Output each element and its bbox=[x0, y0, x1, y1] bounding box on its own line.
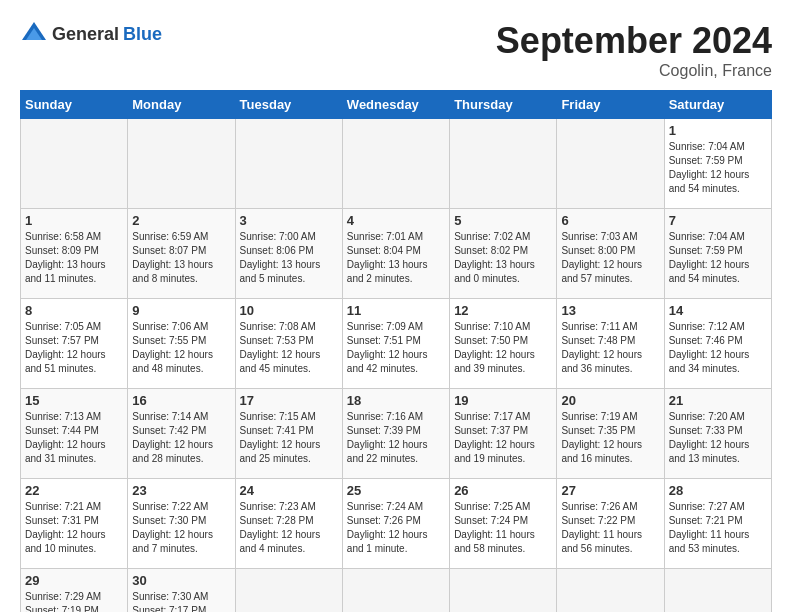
week-row-1: 1 Sunrise: 7:04 AMSunset: 7:59 PMDayligh… bbox=[21, 119, 772, 209]
day-cell: 2 Sunrise: 6:59 AMSunset: 8:07 PMDayligh… bbox=[128, 209, 235, 299]
day-header-thursday: Thursday bbox=[450, 91, 557, 119]
day-number: 26 bbox=[454, 483, 552, 498]
day-info: Sunrise: 7:05 AMSunset: 7:57 PMDaylight:… bbox=[25, 321, 106, 374]
day-info: Sunrise: 7:27 AMSunset: 7:21 PMDaylight:… bbox=[669, 501, 750, 554]
day-cell: 11 Sunrise: 7:09 AMSunset: 7:51 PMDaylig… bbox=[342, 299, 449, 389]
day-info: Sunrise: 7:23 AMSunset: 7:28 PMDaylight:… bbox=[240, 501, 321, 554]
day-number: 12 bbox=[454, 303, 552, 318]
day-cell: 28 Sunrise: 7:27 AMSunset: 7:21 PMDaylig… bbox=[664, 479, 771, 569]
day-number: 21 bbox=[669, 393, 767, 408]
day-number: 1 bbox=[25, 213, 123, 228]
day-header-monday: Monday bbox=[128, 91, 235, 119]
day-cell: 14 Sunrise: 7:12 AMSunset: 7:46 PMDaylig… bbox=[664, 299, 771, 389]
day-info: Sunrise: 7:17 AMSunset: 7:37 PMDaylight:… bbox=[454, 411, 535, 464]
day-cell: 24 Sunrise: 7:23 AMSunset: 7:28 PMDaylig… bbox=[235, 479, 342, 569]
day-info: Sunrise: 7:22 AMSunset: 7:30 PMDaylight:… bbox=[132, 501, 213, 554]
day-number: 20 bbox=[561, 393, 659, 408]
day-number: 15 bbox=[25, 393, 123, 408]
day-number: 7 bbox=[669, 213, 767, 228]
day-number: 6 bbox=[561, 213, 659, 228]
day-cell bbox=[557, 119, 664, 209]
day-number: 14 bbox=[669, 303, 767, 318]
day-cell: 9 Sunrise: 7:06 AMSunset: 7:55 PMDayligh… bbox=[128, 299, 235, 389]
day-info: Sunrise: 6:59 AMSunset: 8:07 PMDaylight:… bbox=[132, 231, 213, 284]
day-info: Sunrise: 7:04 AMSunset: 7:59 PMDaylight:… bbox=[669, 141, 750, 194]
day-info: Sunrise: 7:24 AMSunset: 7:26 PMDaylight:… bbox=[347, 501, 428, 554]
logo-general: General bbox=[52, 24, 119, 45]
day-cell: 6 Sunrise: 7:03 AMSunset: 8:00 PMDayligh… bbox=[557, 209, 664, 299]
day-header-sunday: Sunday bbox=[21, 91, 128, 119]
day-info: Sunrise: 7:30 AMSunset: 7:17 PMDaylight:… bbox=[132, 591, 213, 612]
day-cell: 25 Sunrise: 7:24 AMSunset: 7:26 PMDaylig… bbox=[342, 479, 449, 569]
day-info: Sunrise: 7:12 AMSunset: 7:46 PMDaylight:… bbox=[669, 321, 750, 374]
day-cell: 4 Sunrise: 7:01 AMSunset: 8:04 PMDayligh… bbox=[342, 209, 449, 299]
week-row-2: 1 Sunrise: 6:58 AMSunset: 8:09 PMDayligh… bbox=[21, 209, 772, 299]
day-cell: 30 Sunrise: 7:30 AMSunset: 7:17 PMDaylig… bbox=[128, 569, 235, 613]
day-cell: 10 Sunrise: 7:08 AMSunset: 7:53 PMDaylig… bbox=[235, 299, 342, 389]
logo-icon bbox=[20, 20, 48, 48]
day-number: 3 bbox=[240, 213, 338, 228]
day-info: Sunrise: 7:15 AMSunset: 7:41 PMDaylight:… bbox=[240, 411, 321, 464]
day-info: Sunrise: 7:29 AMSunset: 7:19 PMDaylight:… bbox=[25, 591, 106, 612]
day-number: 22 bbox=[25, 483, 123, 498]
day-cell: 23 Sunrise: 7:22 AMSunset: 7:30 PMDaylig… bbox=[128, 479, 235, 569]
day-cell bbox=[342, 569, 449, 613]
calendar-table: SundayMondayTuesdayWednesdayThursdayFrid… bbox=[20, 90, 772, 612]
day-info: Sunrise: 7:09 AMSunset: 7:51 PMDaylight:… bbox=[347, 321, 428, 374]
day-number: 17 bbox=[240, 393, 338, 408]
page-header: GeneralBlue September 2024 Cogolin, Fran… bbox=[20, 20, 772, 80]
day-info: Sunrise: 7:20 AMSunset: 7:33 PMDaylight:… bbox=[669, 411, 750, 464]
day-cell bbox=[21, 119, 128, 209]
day-info: Sunrise: 7:16 AMSunset: 7:39 PMDaylight:… bbox=[347, 411, 428, 464]
day-number: 18 bbox=[347, 393, 445, 408]
day-info: Sunrise: 7:11 AMSunset: 7:48 PMDaylight:… bbox=[561, 321, 642, 374]
day-cell: 1 Sunrise: 7:04 AMSunset: 7:59 PMDayligh… bbox=[664, 119, 771, 209]
day-info: Sunrise: 7:19 AMSunset: 7:35 PMDaylight:… bbox=[561, 411, 642, 464]
day-cell: 19 Sunrise: 7:17 AMSunset: 7:37 PMDaylig… bbox=[450, 389, 557, 479]
day-info: Sunrise: 7:01 AMSunset: 8:04 PMDaylight:… bbox=[347, 231, 428, 284]
day-cell: 16 Sunrise: 7:14 AMSunset: 7:42 PMDaylig… bbox=[128, 389, 235, 479]
day-cell: 18 Sunrise: 7:16 AMSunset: 7:39 PMDaylig… bbox=[342, 389, 449, 479]
day-cell: 20 Sunrise: 7:19 AMSunset: 7:35 PMDaylig… bbox=[557, 389, 664, 479]
day-header-tuesday: Tuesday bbox=[235, 91, 342, 119]
day-cell bbox=[450, 119, 557, 209]
month-title: September 2024 bbox=[496, 20, 772, 62]
week-row-4: 15 Sunrise: 7:13 AMSunset: 7:44 PMDaylig… bbox=[21, 389, 772, 479]
day-cell: 3 Sunrise: 7:00 AMSunset: 8:06 PMDayligh… bbox=[235, 209, 342, 299]
title-block: September 2024 Cogolin, France bbox=[496, 20, 772, 80]
day-number: 4 bbox=[347, 213, 445, 228]
day-number: 8 bbox=[25, 303, 123, 318]
day-cell: 27 Sunrise: 7:26 AMSunset: 7:22 PMDaylig… bbox=[557, 479, 664, 569]
day-cell bbox=[235, 119, 342, 209]
logo-blue: Blue bbox=[123, 24, 162, 45]
day-number: 2 bbox=[132, 213, 230, 228]
day-number: 23 bbox=[132, 483, 230, 498]
day-number: 30 bbox=[132, 573, 230, 588]
day-info: Sunrise: 7:02 AMSunset: 8:02 PMDaylight:… bbox=[454, 231, 535, 284]
day-info: Sunrise: 7:00 AMSunset: 8:06 PMDaylight:… bbox=[240, 231, 321, 284]
day-cell: 29 Sunrise: 7:29 AMSunset: 7:19 PMDaylig… bbox=[21, 569, 128, 613]
logo: GeneralBlue bbox=[20, 20, 162, 48]
week-row-5: 22 Sunrise: 7:21 AMSunset: 7:31 PMDaylig… bbox=[21, 479, 772, 569]
day-number: 11 bbox=[347, 303, 445, 318]
day-cell: 5 Sunrise: 7:02 AMSunset: 8:02 PMDayligh… bbox=[450, 209, 557, 299]
day-cell bbox=[450, 569, 557, 613]
day-number: 13 bbox=[561, 303, 659, 318]
day-cell bbox=[342, 119, 449, 209]
day-number: 10 bbox=[240, 303, 338, 318]
day-info: Sunrise: 7:08 AMSunset: 7:53 PMDaylight:… bbox=[240, 321, 321, 374]
day-cell: 8 Sunrise: 7:05 AMSunset: 7:57 PMDayligh… bbox=[21, 299, 128, 389]
day-cell: 15 Sunrise: 7:13 AMSunset: 7:44 PMDaylig… bbox=[21, 389, 128, 479]
day-cell bbox=[664, 569, 771, 613]
day-number: 25 bbox=[347, 483, 445, 498]
day-info: Sunrise: 7:13 AMSunset: 7:44 PMDaylight:… bbox=[25, 411, 106, 464]
day-cell: 17 Sunrise: 7:15 AMSunset: 7:41 PMDaylig… bbox=[235, 389, 342, 479]
day-info: Sunrise: 7:03 AMSunset: 8:00 PMDaylight:… bbox=[561, 231, 642, 284]
day-cell bbox=[235, 569, 342, 613]
day-number: 24 bbox=[240, 483, 338, 498]
day-info: Sunrise: 7:14 AMSunset: 7:42 PMDaylight:… bbox=[132, 411, 213, 464]
day-number: 28 bbox=[669, 483, 767, 498]
day-cell: 22 Sunrise: 7:21 AMSunset: 7:31 PMDaylig… bbox=[21, 479, 128, 569]
day-info: Sunrise: 7:21 AMSunset: 7:31 PMDaylight:… bbox=[25, 501, 106, 554]
day-header-friday: Friday bbox=[557, 91, 664, 119]
